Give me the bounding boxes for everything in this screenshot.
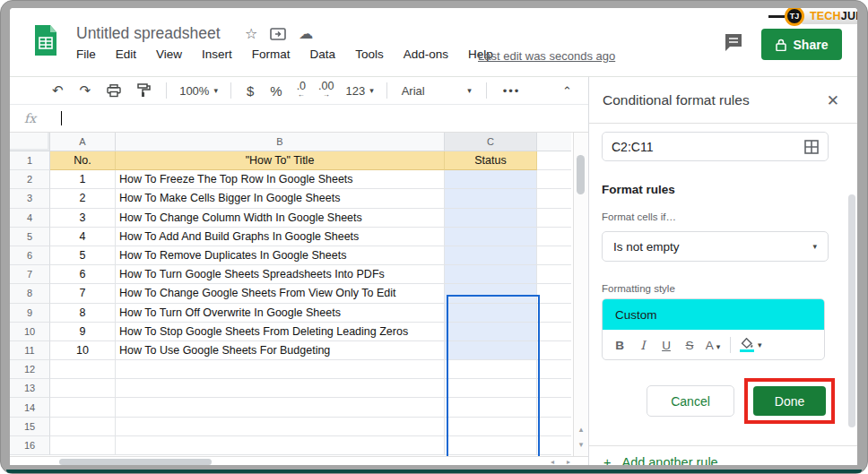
row-header-12[interactable]: 12 xyxy=(10,360,50,379)
row-header-3[interactable]: 3 xyxy=(10,189,50,208)
cell-title-header[interactable]: "How To" Title xyxy=(116,151,445,170)
cell-title[interactable]: How To Remove Duplicates In Google Sheet… xyxy=(116,246,445,265)
cell-status-selected[interactable] xyxy=(445,341,537,360)
cell-no[interactable]: 4 xyxy=(50,228,116,246)
cell-empty[interactable] xyxy=(50,398,116,417)
menu-item-data[interactable]: Data xyxy=(310,47,336,61)
cell-no[interactable]: 7 xyxy=(50,284,116,303)
redo-icon[interactable]: ↷ xyxy=(80,82,91,99)
cell-status-header[interactable]: Status xyxy=(445,151,537,170)
cell-empty[interactable] xyxy=(537,284,571,303)
cell-status-selected[interactable] xyxy=(445,323,537,341)
cell-empty[interactable] xyxy=(537,360,571,379)
row-header-13[interactable]: 13 xyxy=(10,379,50,398)
cell-empty[interactable] xyxy=(537,418,571,436)
cancel-button[interactable]: Cancel xyxy=(647,385,734,417)
cell-status-selected[interactable] xyxy=(445,228,537,246)
cell-empty[interactable] xyxy=(116,360,445,379)
scroll-left-icon[interactable]: ◂ xyxy=(546,457,559,465)
cell-no[interactable]: 2 xyxy=(50,189,116,208)
column-header-b[interactable]: B xyxy=(116,133,445,151)
cell-title[interactable]: How To Freeze The Top Row In Google Shee… xyxy=(116,170,445,189)
row-header-14[interactable]: 14 xyxy=(10,398,50,417)
cell-empty[interactable] xyxy=(445,379,537,398)
spreadsheet-grid[interactable]: A B C 1No."How To" TitleStatus21How To F… xyxy=(10,133,573,456)
horizontal-scrollbar[interactable]: ◂ ▸ xyxy=(10,456,588,465)
add-another-rule-link[interactable]: + Add another rule xyxy=(603,455,718,465)
strikethrough-button[interactable]: S xyxy=(678,339,701,352)
increase-decimal-button[interactable]: .00→ xyxy=(318,82,334,99)
paint-format-icon[interactable] xyxy=(137,83,151,98)
cell-empty[interactable] xyxy=(116,398,445,417)
text-color-button[interactable]: A ▾ xyxy=(701,339,725,352)
row-header-1[interactable]: 1 xyxy=(10,151,50,170)
formula-bar[interactable]: fx xyxy=(10,104,588,133)
star-icon[interactable]: ☆ xyxy=(245,25,257,42)
cell-no[interactable]: 9 xyxy=(50,323,116,341)
row-header-9[interactable]: 9 xyxy=(10,304,50,323)
more-options-icon[interactable]: ••• xyxy=(503,84,521,98)
cell-status-selected[interactable] xyxy=(445,284,537,303)
cell-title[interactable]: How To Add And Build Graphs In Google Sh… xyxy=(116,228,445,246)
cell-empty[interactable] xyxy=(537,323,571,341)
cell-title[interactable]: How To Turn Off Overwrite In Google Shee… xyxy=(116,304,445,323)
cell-empty[interactable] xyxy=(50,436,116,455)
cell-empty[interactable] xyxy=(445,418,537,436)
cloud-status-icon[interactable]: ☁ xyxy=(299,25,313,42)
print-icon[interactable] xyxy=(107,84,121,98)
row-header-5[interactable]: 5 xyxy=(10,228,50,246)
cell-no[interactable]: 8 xyxy=(50,304,116,323)
comment-icon[interactable] xyxy=(723,31,744,53)
cell-empty[interactable] xyxy=(50,418,116,436)
cell-empty[interactable] xyxy=(116,379,445,398)
horizontal-scrollbar-thumb[interactable] xyxy=(59,459,212,465)
cell-no[interactable]: 5 xyxy=(50,246,116,265)
cell-no[interactable]: 1 xyxy=(50,170,116,189)
italic-button[interactable]: I xyxy=(631,338,655,352)
percent-format-button[interactable]: % xyxy=(270,83,282,99)
cell-empty[interactable] xyxy=(537,170,571,189)
cell-empty[interactable] xyxy=(116,418,445,436)
cell-no[interactable]: 6 xyxy=(50,265,116,284)
cell-title[interactable]: How To Change Column Width In Google She… xyxy=(116,209,445,228)
scroll-up-icon[interactable]: ▴ xyxy=(574,422,588,435)
cell-status-selected[interactable] xyxy=(445,189,537,208)
cell-empty[interactable] xyxy=(445,436,537,455)
scroll-right-icon[interactable]: ▸ xyxy=(562,457,575,465)
cell-empty[interactable] xyxy=(116,436,445,455)
cell-empty[interactable] xyxy=(537,304,571,323)
select-all-corner[interactable] xyxy=(10,133,50,151)
cell-title[interactable]: How To Use Google Sheets For Budgeting xyxy=(116,341,445,360)
row-header-10[interactable]: 10 xyxy=(10,323,50,341)
row-header-7[interactable]: 7 xyxy=(10,265,50,284)
cell-empty[interactable] xyxy=(50,379,116,398)
close-icon[interactable]: ✕ xyxy=(827,91,839,110)
row-header-8[interactable]: 8 xyxy=(10,284,50,303)
panel-scrollbar-thumb[interactable] xyxy=(848,194,855,427)
vertical-scrollbar[interactable]: ▴ ▾ xyxy=(573,133,588,456)
menu-item-tools[interactable]: Tools xyxy=(355,47,384,61)
cell-empty[interactable] xyxy=(445,360,537,379)
vertical-scrollbar-thumb[interactable] xyxy=(577,155,585,194)
cell-empty[interactable] xyxy=(537,398,571,417)
collapse-toolbar-icon[interactable]: ⌃ xyxy=(562,84,572,98)
bold-button[interactable]: B xyxy=(608,339,631,352)
range-input[interactable]: C2:C11 xyxy=(602,132,829,161)
cell-title[interactable]: How To Make Cells Bigger In Google Sheet… xyxy=(116,189,445,208)
cell-title[interactable]: How To Stop Google Sheets From Deleting … xyxy=(116,323,445,341)
underline-button[interactable]: U xyxy=(655,339,678,352)
undo-icon[interactable]: ↶ xyxy=(52,82,64,99)
row-header-4[interactable]: 4 xyxy=(10,209,50,228)
cell-empty[interactable] xyxy=(537,246,571,265)
cell-no[interactable]: 10 xyxy=(50,341,116,360)
menu-item-insert[interactable]: Insert xyxy=(202,47,232,61)
cell-status-selected[interactable] xyxy=(445,209,537,228)
cell-status-selected[interactable] xyxy=(445,265,537,284)
scroll-down-icon[interactable]: ▾ xyxy=(574,437,588,451)
cell-status-selected[interactable] xyxy=(445,170,537,189)
google-sheets-logo-icon[interactable] xyxy=(33,23,58,57)
cell-empty[interactable] xyxy=(537,209,571,228)
menu-item-format[interactable]: Format xyxy=(252,47,291,61)
cell-empty[interactable] xyxy=(537,189,571,208)
last-edit-link[interactable]: Last edit was seconds ago xyxy=(478,49,615,63)
